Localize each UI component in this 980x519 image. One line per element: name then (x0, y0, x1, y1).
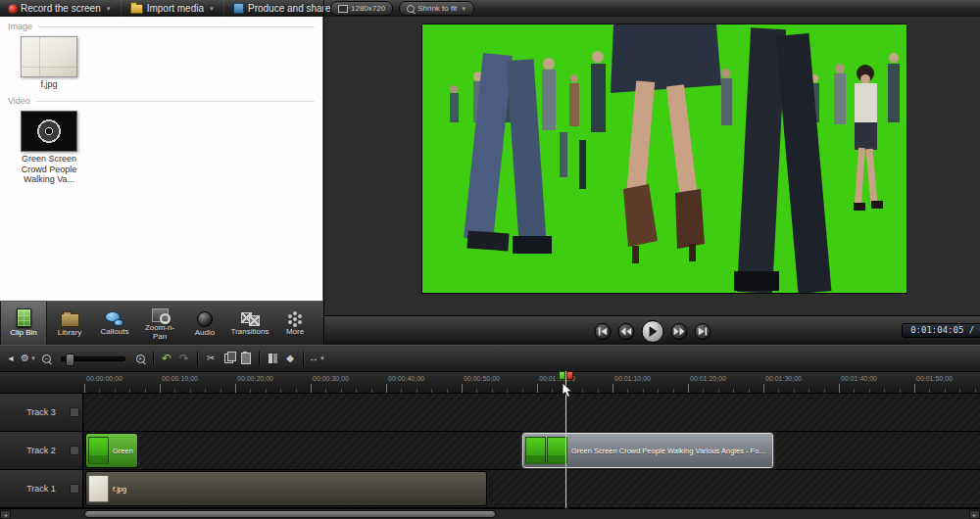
chevron-down-icon: ▼ (209, 6, 215, 12)
resolution-dropdown[interactable]: 1280x720 (330, 1, 393, 16)
track-1-lane[interactable]: f.jpg (84, 470, 980, 507)
timeline-options-button[interactable]: ⚙▼ (21, 351, 36, 366)
track-1-header[interactable]: Track 1 (0, 470, 83, 507)
video-section-label: Video (8, 96, 30, 106)
track-3-header[interactable]: Track 3 (0, 394, 83, 431)
play-icon (648, 326, 657, 337)
ruler-label: 00:01:40;00 (841, 375, 877, 382)
ruler-label: 00:00:40;00 (388, 375, 424, 382)
timeline-clip[interactable]: Green Screen Crowd People Walking Variou… (522, 433, 773, 468)
track-row-1: Track 1 f.jpg (0, 470, 980, 508)
collapse-timeline-button[interactable]: ◂ (3, 351, 19, 366)
tab-more[interactable]: More (272, 302, 318, 345)
preview-pane (323, 17, 980, 315)
redo-button[interactable]: ↷ (176, 351, 192, 366)
tab-label: Library (58, 329, 81, 338)
video-thumbnail (21, 111, 77, 152)
timeline-clip[interactable]: Green (85, 433, 138, 468)
paste-button[interactable] (238, 351, 254, 366)
playhead-out-handle[interactable] (566, 371, 573, 380)
ruler-label: 00:00:10;00 (162, 375, 198, 382)
track-3-lane[interactable] (84, 394, 980, 431)
tab-audio[interactable]: Audio (182, 302, 227, 345)
zoom-slider-thumb[interactable] (66, 354, 74, 366)
marker-icon: ◆ (286, 354, 294, 363)
media-item-fjpg[interactable]: f.jpg (8, 36, 90, 89)
rewind-button[interactable] (617, 323, 634, 340)
marker-button[interactable]: ◆ (282, 351, 298, 366)
tab-clip-bin[interactable]: Clip Bin (0, 302, 47, 345)
clip-bin-icon (17, 308, 31, 327)
scrollbar-thumb[interactable] (84, 510, 496, 518)
section-divider (38, 26, 315, 27)
fit-mode-dropdown[interactable]: Shrink to fit ▼ (399, 1, 474, 16)
record-screen-button[interactable]: Record the screen ▼ (0, 0, 122, 17)
record-icon (9, 5, 17, 13)
zoom-out-icon: − (42, 354, 51, 363)
timeline-tracks: Track 3 Track 2 GreenGreen Screen Crowd … (0, 394, 980, 508)
split-button[interactable] (265, 351, 280, 366)
library-icon (61, 313, 79, 327)
image-thumbnail (21, 36, 77, 77)
tab-transitions[interactable]: Transitions (227, 302, 272, 345)
track-toggle-icon[interactable] (70, 484, 79, 494)
clip-thumbnail (88, 475, 109, 502)
fit-timeline-button[interactable]: ↔▼ (309, 351, 325, 366)
paste-icon (241, 353, 251, 364)
timeline-scrollbar[interactable]: ◂ ▸ (0, 508, 980, 519)
undo-icon: ↶ (162, 353, 172, 364)
playhead-in-handle[interactable] (559, 371, 565, 380)
chevron-down-icon: ▼ (319, 355, 325, 361)
track-name: Track 3 (26, 407, 56, 417)
playback-controls (594, 320, 710, 343)
toolbar-divider (153, 352, 154, 365)
timeline-clip[interactable]: f.jpg (85, 471, 487, 506)
track-2-header[interactable]: Track 2 (0, 432, 83, 469)
zoom-out-button[interactable]: − (38, 351, 54, 366)
jump-to-start-button[interactable] (594, 323, 611, 340)
jump-to-end-button[interactable] (694, 323, 710, 340)
import-media-button[interactable]: Import media ▼ (122, 0, 224, 17)
track-toggle-icon[interactable] (70, 407, 79, 417)
tab-library[interactable]: Library (47, 302, 92, 345)
tab-label: Zoom-n-Pan (138, 324, 181, 342)
clip-label: f.jpg (113, 485, 126, 494)
tab-label: Clip Bin (10, 329, 37, 338)
resolution-value: 1280x720 (351, 4, 385, 13)
tab-label: Audio (195, 329, 215, 338)
fast-forward-button[interactable] (670, 323, 687, 340)
transport-bar: 0:01:04:05 / 0 (323, 315, 980, 345)
clip-thumbnail (525, 437, 546, 464)
copy-icon (224, 354, 233, 363)
track-2-lane[interactable]: GreenGreen Screen Crowd People Walking V… (84, 432, 980, 469)
ruler-label: 00:00:30;00 (313, 375, 349, 382)
tab-label: Callouts (101, 328, 129, 337)
more-icon (293, 317, 297, 321)
timeline-ruler[interactable]: 00:00:00;0000:00:10;0000:00:20;0000:00:3… (0, 372, 980, 394)
scroll-left-button[interactable]: ◂ (0, 510, 11, 519)
callouts-icon (105, 311, 124, 326)
zoom-in-icon: + (136, 354, 145, 363)
section-divider (36, 101, 315, 102)
copy-button[interactable] (220, 351, 236, 366)
scroll-right-button[interactable]: ▸ (969, 510, 980, 519)
cut-button[interactable]: ✂ (203, 351, 219, 366)
video-caption: Green Screen Crowd People Walking Va... (8, 154, 90, 184)
task-tabs: Clip Bin Library Callouts Zoom-n-Pan Aud… (0, 301, 323, 345)
video-canvas[interactable] (422, 24, 906, 293)
record-screen-label: Record the screen (21, 3, 101, 14)
zoom-in-button[interactable]: + (132, 351, 148, 366)
tab-zoom-n-pan[interactable]: Zoom-n-Pan (137, 302, 182, 345)
tab-callouts[interactable]: Callouts (92, 302, 137, 345)
track-toggle-icon[interactable] (70, 446, 79, 455)
mouse-cursor (562, 383, 573, 399)
ruler-label: 00:01:30;00 (765, 375, 802, 382)
track-row-3: Track 3 (0, 394, 980, 432)
undo-button[interactable]: ↶ (159, 351, 174, 366)
toolbar-divider (259, 352, 260, 365)
zoom-slider[interactable] (61, 356, 125, 361)
ruler-label: 00:01:10;00 (614, 375, 651, 382)
preview-toolbar: 1280x720 Shrink to fit ▼ (323, 0, 980, 17)
media-item-green-screen-video[interactable]: Green Screen Crowd People Walking Va... (8, 111, 90, 184)
play-button[interactable] (641, 320, 663, 343)
